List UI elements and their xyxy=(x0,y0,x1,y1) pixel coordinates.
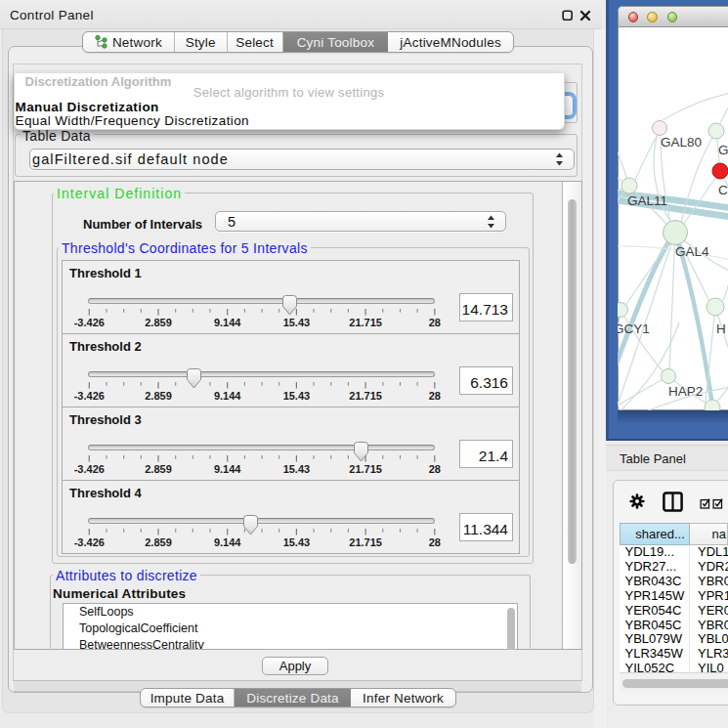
svg-text:GAL80: GAL80 xyxy=(661,135,702,150)
svg-text:HAP2: HAP2 xyxy=(668,384,703,399)
svg-text:GAL11: GAL11 xyxy=(627,193,667,208)
svg-text:GAL4: GAL4 xyxy=(675,244,709,259)
svg-text:C: C xyxy=(718,183,728,197)
svg-text:H: H xyxy=(716,321,726,336)
svg-text:GCY1: GCY1 xyxy=(618,321,650,336)
svg-text:GA: GA xyxy=(718,143,728,157)
